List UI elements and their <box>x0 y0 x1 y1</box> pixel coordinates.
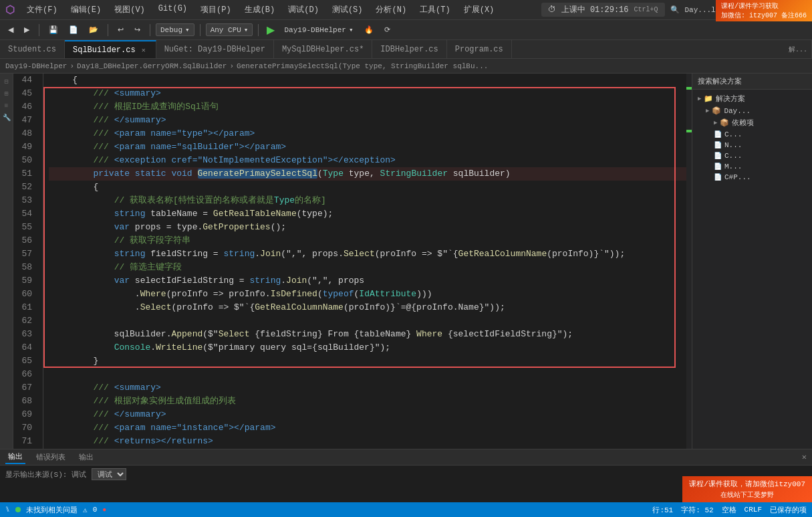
menu-tools[interactable]: 工具(T) <box>416 3 454 17</box>
char-info: 字符: 52 <box>681 505 713 515</box>
tab-mysqldbhelper[interactable]: MySqlDBHelper.cs* <box>274 40 372 58</box>
code-line <box>49 314 686 328</box>
menu-extensions[interactable]: 扩展(X) <box>460 3 499 17</box>
code-line: private static void GeneratePrimaySelect… <box>49 167 686 181</box>
tab-nuget[interactable]: NuGet: Day19-DBHelper <box>156 40 274 58</box>
tab-sqlbuilder-close[interactable]: ✕ <box>140 45 148 55</box>
branch-icon: ⑊ <box>5 506 10 514</box>
undo-button[interactable]: ↩ <box>114 24 128 35</box>
forward-button[interactable]: ▶ <box>20 24 33 35</box>
tree-m1-label: M... <box>724 163 742 171</box>
bottom-close-icon[interactable]: ✕ <box>802 452 807 462</box>
code-line: { <box>49 74 686 87</box>
menu-edit[interactable]: 编辑(E) <box>67 3 106 17</box>
chevron-right-icon: ▶ <box>698 95 701 102</box>
breadcrumb-class[interactable]: Day18_DBHelper.GerryORM.SqlBuilder <box>77 62 227 70</box>
toolbar-sep-1 <box>39 24 39 36</box>
code-line: /// <param name="sqlBuilder"></param> <box>49 140 686 154</box>
tree-item-c2[interactable]: 📄 C... <box>695 150 809 161</box>
tree-solution-label: 解决方案 <box>716 94 745 104</box>
tree-item-c1[interactable]: 📄 C... <box>695 129 809 140</box>
activity-icon-1[interactable]: ⊟ <box>1 76 12 87</box>
error-indicator: ● <box>102 506 106 514</box>
tab-program[interactable]: Program.cs <box>447 40 512 58</box>
tree-dependencies[interactable]: ▶ 📦 依赖项 <box>695 116 809 129</box>
code-editor-wrapper: 4445464748495051525354555657585960616263… <box>13 74 692 449</box>
chevron-right-icon-3: ▶ <box>714 119 717 126</box>
tree-item-n1[interactable]: 📄 N... <box>695 140 809 150</box>
status-bar: ⑊ 未找到相关问题 ⚠ 0 ● 行:51 字符: 52 空格 CRLF 已保存的… <box>0 502 812 517</box>
back-button[interactable]: ◀ <box>4 24 17 35</box>
toolbar-sep-4 <box>200 24 200 36</box>
activity-icon-2[interactable]: ⊞ <box>1 88 12 99</box>
menu-project[interactable]: 项目(P) <box>196 3 235 17</box>
code-line: // 筛选主键字段 <box>49 261 686 274</box>
code-line: .Select(proInfo => $"`{GetRealColumnName… <box>49 301 686 314</box>
title-bar-left: ⬡ 文件(F) 编辑(E) 视图(V) Git(G) 项目(P) 生成(B) 调… <box>5 3 536 17</box>
tab-nuget-label: NuGet: Day19-DBHelper <box>164 45 265 54</box>
redo-button[interactable]: ↪ <box>130 24 144 35</box>
chevron-down-icon: ▾ <box>185 25 190 34</box>
activity-icon-3[interactable]: ≡ <box>1 100 12 111</box>
debug-mode-label: Debug <box>160 26 182 34</box>
search-icon[interactable]: 🔍 <box>670 5 680 14</box>
tab-extra[interactable]: 解... <box>785 40 812 58</box>
clock-icon: ⏱ <box>548 5 556 15</box>
menu-debug[interactable]: 调试(D) <box>284 3 323 17</box>
menu-test[interactable]: 测试(S) <box>328 3 367 17</box>
chevron-down-icon-3: ▾ <box>349 25 354 34</box>
code-line: /// <param name="instance"></param> <box>49 421 686 435</box>
breadcrumb-method[interactable]: GeneratePrimaySelectSql(Type type, Strin… <box>237 62 488 70</box>
code-line: // 获取字段字符串 <box>49 234 686 247</box>
tree-c2-label: C... <box>724 152 742 160</box>
cpu-dropdown[interactable]: Any CPU ▾ <box>206 23 253 36</box>
menu-build[interactable]: 生成(B) <box>241 3 279 17</box>
output-source-select[interactable]: 调试 <box>92 468 126 480</box>
code-line: /// </summary> <box>49 408 686 421</box>
tree-cp-label: C#P... <box>724 173 751 181</box>
menu-analyze[interactable]: 分析(N) <box>372 3 410 17</box>
debug-mode-dropdown[interactable]: Debug ▾ <box>156 23 194 36</box>
code-line: .Where(proInfo => proInfo.IsDefined(type… <box>49 288 686 301</box>
watermark-top-text: 课程/课件学习获取 加微信: itzy007 备注666 <box>721 1 807 20</box>
tree-day-project[interactable]: ▶ 📦 Day... <box>695 105 809 116</box>
hot-reload-button[interactable]: 🔥 <box>360 24 378 35</box>
tab-idbhelper[interactable]: IDBHelper.cs <box>372 40 446 58</box>
menu-git[interactable]: Git(G) <box>154 3 191 17</box>
activity-icon-4[interactable]: 🔧 <box>1 112 12 123</box>
tree-day-label: Day... <box>724 107 751 115</box>
tree-deps-label: 依赖项 <box>732 118 754 128</box>
status-indicator <box>15 507 21 512</box>
open-folder-button[interactable]: 📂 <box>85 24 102 35</box>
code-area[interactable]: { /// <summary> /// 根据ID生成查询的Sql语句 /// <… <box>43 74 686 449</box>
breadcrumb-sep-1: › <box>70 62 74 70</box>
tab-student[interactable]: Student.cs <box>0 40 65 58</box>
tree-item-cp[interactable]: 📄 C#P... <box>695 172 809 183</box>
save-button[interactable]: 💾 <box>45 24 62 35</box>
minimap <box>686 74 692 449</box>
run-button[interactable]: ▶ <box>264 23 277 36</box>
problems-label[interactable]: 未找到相关问题 <box>26 505 78 515</box>
breadcrumb-root[interactable]: Day19-DBHelper <box>5 62 67 70</box>
class-timer[interactable]: ⏱ 上课中 01:29:16 Ctrl+Q <box>541 3 665 17</box>
menu-bar[interactable]: 文件(F) 编辑(E) 视图(V) Git(G) 项目(P) 生成(B) 调试(… <box>23 3 498 17</box>
solution-icon: 📁 <box>704 94 713 103</box>
tab-output-2[interactable]: 输出 <box>76 451 96 463</box>
tab-output[interactable]: 输出 <box>5 450 25 464</box>
tab-error-list[interactable]: 错误列表 <box>33 451 68 463</box>
tab-idbhelper-label: IDBHelper.cs <box>380 45 438 54</box>
code-line: var props = type.GetProperties(); <box>49 221 686 234</box>
tree-item-m1[interactable]: 📄 M... <box>695 161 809 172</box>
new-file-button[interactable]: 📄 <box>65 24 82 35</box>
menu-view[interactable]: 视图(V) <box>110 3 149 17</box>
project-dropdown[interactable]: Day19-DBHelper ▾ <box>280 24 357 35</box>
code-line: Console.WriteLine($"primary query sql={s… <box>49 341 686 354</box>
refresh-button[interactable]: ⟳ <box>380 24 394 35</box>
code-line: // 获取表名称[特性设置的名称或者就是Type的名称] <box>49 194 686 207</box>
file-icon-5: 📄 <box>714 173 722 181</box>
code-line: /// <param name="type"></param> <box>49 127 686 140</box>
output-source-label: 显示输出来源(S): 调试 <box>5 470 86 480</box>
menu-file[interactable]: 文件(F) <box>23 3 61 17</box>
tab-sqlbuilder[interactable]: SqlBuilder.cs ✕ <box>65 40 156 58</box>
tree-solution-root[interactable]: ▶ 📁 解决方案 <box>695 92 809 105</box>
